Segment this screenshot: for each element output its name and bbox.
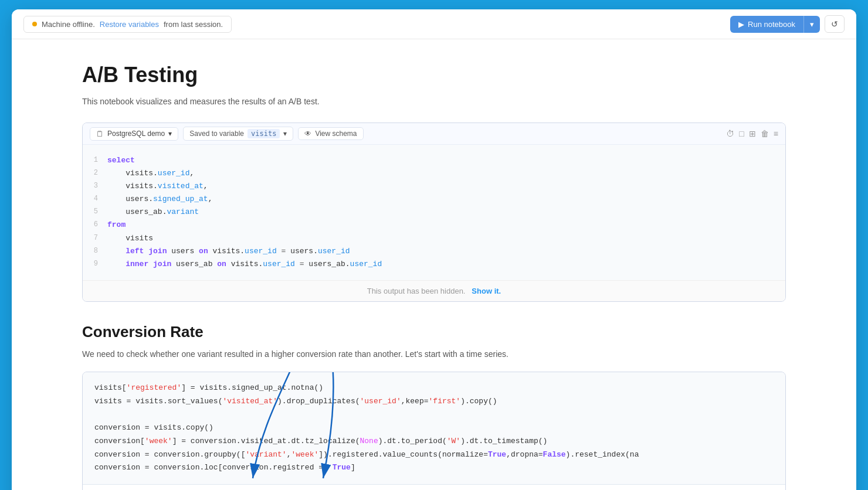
db-badge[interactable]: 🗒 PostgreSQL demo ▾	[90, 127, 178, 141]
frame-icon[interactable]: □	[739, 129, 744, 138]
view-schema-button[interactable]: 👁 View schema	[298, 127, 363, 140]
restore-variables-link[interactable]: Restore variables	[100, 20, 159, 29]
cell-toolbar-right: ⏱ □ ⊞ 🗑 ≡	[726, 129, 778, 138]
clock-icon[interactable]: ⏱	[726, 129, 734, 138]
trash-icon[interactable]: 🗑	[761, 129, 769, 138]
conversion-rate-desc: We need to check whether one variant res…	[82, 349, 786, 359]
db-icon: 🗒	[96, 130, 104, 138]
app-window: Machine offline. Restore variables from …	[12, 9, 856, 490]
notebook-content: A/B Testing This notebook visualizes and…	[12, 39, 856, 490]
top-bar: Machine offline. Restore variables from …	[12, 9, 856, 39]
view-schema-label: View schema	[315, 130, 357, 138]
cell-toolbar: 🗒 PostgreSQL demo ▾ Saved to variable vi…	[83, 123, 785, 145]
run-notebook-label: Run notebook	[748, 20, 795, 29]
from-session-text: from last session.	[164, 20, 223, 29]
page-title: A/B Testing	[82, 63, 786, 87]
python-code-block: visits['registered'] = visits.signed_up_…	[83, 372, 785, 484]
hidden-output-bar: This output has been hidden. Show it.	[83, 280, 785, 301]
cell-toolbar-left: 🗒 PostgreSQL demo ▾ Saved to variable vi…	[90, 127, 364, 141]
machine-offline-text: Machine offline.	[42, 20, 95, 29]
run-notebook-dropdown-arrow[interactable]: ▾	[804, 16, 820, 33]
cell-bottom-toolbar: ✦ AI <> Code T↕ Text ▾ ⊞ SQL	[83, 484, 785, 490]
variable-tag: visits	[247, 129, 280, 138]
run-notebook-button[interactable]: ▶ Run notebook ▾	[730, 16, 820, 33]
sql-cell: 🗒 PostgreSQL demo ▾ Saved to variable vi…	[82, 122, 786, 302]
machine-status: Machine offline. Restore variables from …	[23, 16, 232, 33]
hidden-output-text: This output has been hidden.	[367, 287, 466, 295]
saved-label: Saved to variable	[189, 130, 244, 138]
db-dropdown-arrow: ▾	[168, 130, 172, 138]
saved-badge: Saved to variable visits ▾	[183, 127, 293, 141]
status-dot	[32, 22, 37, 26]
eye-icon: 👁	[304, 130, 311, 138]
db-label: PostgreSQL demo	[107, 130, 165, 138]
python-cell: visits['registered'] = visits.signed_up_…	[82, 372, 786, 490]
conversion-rate-title: Conversion Rate	[82, 323, 786, 341]
refresh-button[interactable]: ↺	[825, 15, 845, 33]
toolbar-wrapper: ✦ AI <> Code T↕ Text ▾ ⊞ SQL	[83, 484, 785, 490]
menu-icon[interactable]: ≡	[774, 129, 778, 138]
sql-code-block: 1select 2 visits.user_id, 3 visits.visit…	[83, 145, 785, 280]
page-description: This notebook visualizes and measures th…	[82, 97, 786, 106]
saved-dropdown-arrow: ▾	[283, 130, 287, 138]
table-icon[interactable]: ⊞	[749, 129, 756, 138]
show-it-link[interactable]: Show it.	[472, 287, 501, 295]
run-icon: ▶	[738, 20, 744, 29]
